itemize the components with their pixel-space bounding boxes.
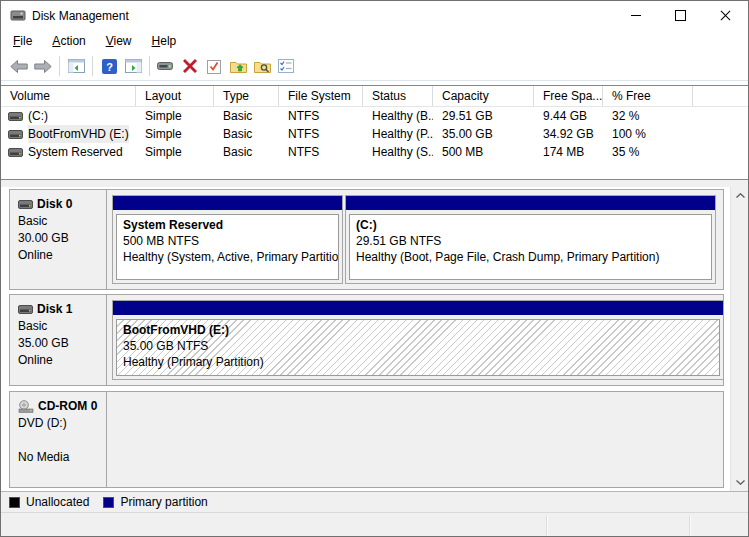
column-header-volume[interactable]: Volume xyxy=(1,86,136,106)
column-header-layout[interactable]: Layout xyxy=(136,86,214,106)
disk-name: CD-ROM 0 xyxy=(38,398,97,415)
volume-name-cell: BootFromVHD (E:) xyxy=(1,125,136,143)
rescan-disks-button[interactable] xyxy=(154,55,178,77)
scroll-up-button[interactable] xyxy=(731,187,749,204)
partition-bootfromvhd-e[interactable]: BootFromVHD (E:) 35.00 GB NTFS Healthy (… xyxy=(112,300,724,380)
unallocated-swatch xyxy=(9,497,20,508)
cd-rom-icon xyxy=(18,400,34,413)
status-bar xyxy=(1,512,748,537)
column-header-capacity[interactable]: Capacity xyxy=(433,86,534,106)
toolbar-separator xyxy=(149,56,150,76)
cdrom0-label-panel[interactable]: CD-ROM 0 DVD (D:) No Media xyxy=(10,392,107,487)
disk-size: 30.00 GB xyxy=(18,230,106,247)
free-space-cell: 9.44 GB xyxy=(534,107,603,125)
mark-partition-button[interactable] xyxy=(202,55,226,77)
status-cell: Healthy (P... xyxy=(363,125,433,143)
volume-list-pane: Volume Layout Type File System Status Ca… xyxy=(1,85,749,180)
type-cell: Basic xyxy=(214,125,279,143)
partition-size: 29.51 GB NTFS xyxy=(356,233,705,249)
folder-search-icon xyxy=(254,60,271,73)
disk-type: Basic xyxy=(18,318,106,335)
show-action-pane-icon xyxy=(125,59,142,73)
graphical-view-scrollbar[interactable] xyxy=(730,187,749,491)
capacity-cell: 35.00 GB xyxy=(433,125,534,143)
toolbar-separator xyxy=(59,56,60,76)
disk1-partition-area: BootFromVHD (E:) 35.00 GB NTFS Healthy (… xyxy=(108,295,723,385)
partition-title: System Reserved xyxy=(123,217,332,233)
menu-view[interactable]: View xyxy=(96,31,142,51)
menu-action[interactable]: Action xyxy=(42,31,95,51)
folder-up-icon xyxy=(230,60,247,73)
column-header-free-space[interactable]: Free Spa... xyxy=(534,86,603,106)
menu-bar: File Action View Help xyxy=(1,30,748,52)
status-bar-divider xyxy=(689,516,691,535)
disk0-row: Disk 0 Basic 30.00 GB Online System Rese… xyxy=(9,189,724,290)
menu-help[interactable]: Help xyxy=(142,31,187,51)
volume-list-header: Volume Layout Type File System Status Ca… xyxy=(1,86,749,107)
volume-row-bootfromvhd[interactable]: BootFromVHD (E:) Simple Basic NTFS Healt… xyxy=(1,125,749,143)
disk0-label-panel[interactable]: Disk 0 Basic 30.00 GB Online xyxy=(10,190,107,289)
type-cell: Basic xyxy=(214,143,279,161)
legend-unallocated-label: Unallocated xyxy=(26,495,89,509)
free-space-cell: 34.92 GB xyxy=(534,125,603,143)
volume-label: BootFromVHD (E:) xyxy=(28,125,129,143)
file-system-cell: NTFS xyxy=(279,107,363,125)
maximize-icon xyxy=(675,10,686,21)
volume-row-system-reserved[interactable]: System Reserved Simple Basic NTFS Health… xyxy=(1,143,749,161)
disk-icon xyxy=(18,305,33,314)
volume-drive-icon xyxy=(8,112,23,121)
status-cell: Healthy (S... xyxy=(363,143,433,161)
column-header-pct-free[interactable]: % Free xyxy=(603,86,693,106)
show-action-pane-button[interactable] xyxy=(121,55,145,77)
chevron-down-icon xyxy=(736,480,745,485)
column-header-filler xyxy=(693,86,749,106)
maximize-button[interactable] xyxy=(658,1,703,30)
help-button[interactable]: ? xyxy=(97,55,121,77)
close-button[interactable] xyxy=(703,1,748,30)
chevron-up-icon xyxy=(736,193,745,198)
show-console-tree-icon xyxy=(68,59,85,73)
properties-list-button[interactable] xyxy=(274,55,298,77)
legend-primary-partition-label: Primary partition xyxy=(120,495,207,509)
partition-system-reserved[interactable]: System Reserved 500 MB NTFS Healthy (Sys… xyxy=(112,195,343,284)
menu-file[interactable]: File xyxy=(3,31,42,51)
disk0-partition-area: System Reserved 500 MB NTFS Healthy (Sys… xyxy=(108,190,723,289)
forward-icon xyxy=(34,60,52,73)
pct-free-cell: 100 % xyxy=(603,125,693,143)
volume-drive-icon xyxy=(8,148,23,157)
explore-button[interactable] xyxy=(250,55,274,77)
disk1-label-panel[interactable]: Disk 1 Basic 35.00 GB Online xyxy=(10,295,107,385)
volume-name-cell: (C:) xyxy=(1,107,136,125)
capacity-cell: 29.51 GB xyxy=(433,107,534,125)
partition-c[interactable]: (C:) 29.51 GB NTFS Healthy (Boot, Page F… xyxy=(345,195,716,284)
partition-info-selected: BootFromVHD (E:) 35.00 GB NTFS Healthy (… xyxy=(116,319,720,376)
forward-button[interactable] xyxy=(31,55,55,77)
status-cell: Healthy (B... xyxy=(363,107,433,125)
window-title: Disk Management xyxy=(32,9,129,23)
disk-status: Online xyxy=(18,352,106,369)
cdrom0-empty-area xyxy=(108,392,723,487)
type-cell: Basic xyxy=(214,107,279,125)
disk-name: Disk 0 xyxy=(37,196,72,213)
pct-free-cell: 32 % xyxy=(603,107,693,125)
disk-icon xyxy=(18,200,33,209)
column-header-file-system[interactable]: File System xyxy=(279,86,363,106)
volume-label: (C:) xyxy=(28,107,48,125)
back-button[interactable] xyxy=(7,55,31,77)
partition-health: Healthy (Boot, Page File, Crash Dump, Pr… xyxy=(356,249,705,265)
volume-row-c[interactable]: (C:) Simple Basic NTFS Healthy (B... 29.… xyxy=(1,107,749,125)
partition-title: (C:) xyxy=(356,217,705,233)
help-icon: ? xyxy=(102,59,117,74)
open-button[interactable] xyxy=(226,55,250,77)
svg-text:?: ? xyxy=(106,60,113,72)
column-header-status[interactable]: Status xyxy=(363,86,433,106)
scroll-down-button[interactable] xyxy=(731,474,749,491)
show-console-tree-button[interactable] xyxy=(64,55,88,77)
status-bar-divider xyxy=(546,516,548,535)
minimize-button[interactable] xyxy=(613,1,658,30)
disk-management-window: Disk Management File Action View Help ? xyxy=(0,0,749,537)
pane-splitter[interactable] xyxy=(1,180,748,187)
delete-volume-button[interactable] xyxy=(178,55,202,77)
column-header-type[interactable]: Type xyxy=(214,86,279,106)
partition-health: Healthy (Primary Partition) xyxy=(123,354,713,370)
